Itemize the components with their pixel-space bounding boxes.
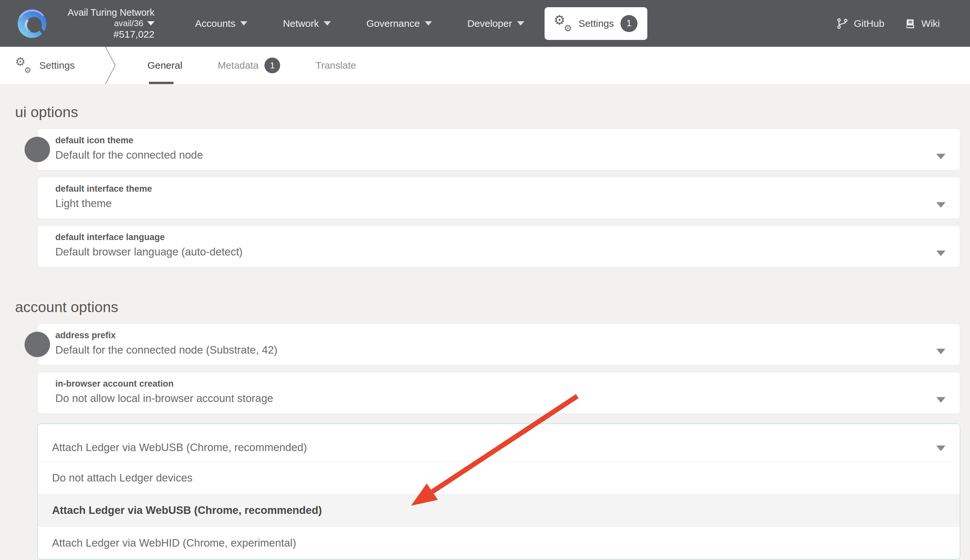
main-nav: Accounts Network Governance Developer <box>195 18 524 29</box>
external-links: GitHub Wiki <box>836 18 940 30</box>
chain-selector[interactable]: Avail Turing Network avail/36 #517,022 <box>59 7 154 40</box>
select-default-icon-theme[interactable]: default icon theme Default for the conne… <box>37 128 960 170</box>
field-label: default interface theme <box>55 183 930 195</box>
tab-metadata[interactable]: Metadata 1 <box>209 47 289 84</box>
avail-logo-icon[interactable] <box>17 8 47 38</box>
dropdown-caret-icon <box>936 445 945 451</box>
dropdown-caret-icon <box>936 250 945 256</box>
book-icon <box>905 18 916 29</box>
select-in-browser-account-creation[interactable]: in-browser account creation Do not allow… <box>37 372 960 414</box>
nav-developer[interactable]: Developer <box>467 18 524 29</box>
tab-translate[interactable]: Translate <box>306 47 365 84</box>
select-address-prefix[interactable]: address prefix Default for the connected… <box>37 323 960 365</box>
field-value: Default for the connected node (Substrat… <box>55 343 930 357</box>
option-attach-ledger-webusb[interactable]: Attach Ledger via WebUSB (Chrome, recomm… <box>38 494 960 527</box>
settings-content: ui options default icon theme Default fo… <box>0 104 970 559</box>
code-branch-icon <box>836 18 848 30</box>
option-attach-ledger-webhid[interactable]: Attach Ledger via WebHID (Chrome, experi… <box>38 527 960 559</box>
field-label: in-browser account creation <box>55 378 930 390</box>
dropdown-menu: Do not attach Ledger devices Attach Ledg… <box>38 462 960 559</box>
select-default-interface-theme[interactable]: default interface theme Light theme <box>37 177 960 219</box>
field-label: default interface language <box>55 231 930 243</box>
chevron-down-icon <box>240 21 247 25</box>
dropdown-caret-icon <box>936 202 945 208</box>
dropdown-caret-icon <box>936 154 945 159</box>
select-ledger-connection-open[interactable]: Attach Ledger via WebUSB (Chrome, recomm… <box>37 423 960 559</box>
selected-value: Attach Ledger via WebUSB (Chrome, recomm… <box>52 441 307 454</box>
breadcrumb: ⚙⚙ Settings <box>15 47 75 84</box>
chain-name: Avail Turing Network <box>68 7 154 18</box>
chevron-down-icon <box>324 21 331 25</box>
avatar <box>25 137 50 162</box>
option-do-not-attach-ledger[interactable]: Do not attach Ledger devices <box>38 462 960 494</box>
tab-general[interactable]: General <box>138 47 192 84</box>
metadata-badge: 1 <box>264 58 280 73</box>
nav-settings-button[interactable]: ⚙⚙ Settings 1 <box>544 7 647 40</box>
cogs-icon: ⚙⚙ <box>15 57 32 73</box>
dropdown-caret-icon <box>936 349 945 354</box>
chevron-down-icon <box>517 21 524 25</box>
field-label: default icon theme <box>55 135 930 146</box>
nav-accounts[interactable]: Accounts <box>195 18 247 29</box>
settings-label: Settings <box>579 18 614 29</box>
breadcrumb-label: Settings <box>39 60 75 71</box>
chevron-down-icon <box>425 21 432 25</box>
wiki-link[interactable]: Wiki <box>905 18 940 29</box>
tab-bar: ⚙⚙ Settings General Metadata 1 Translate <box>0 47 970 84</box>
field-value: Default browser language (auto-detect) <box>55 245 930 259</box>
nav-governance[interactable]: Governance <box>366 18 432 29</box>
chevron-down-icon <box>147 21 154 25</box>
github-link[interactable]: GitHub <box>836 18 884 30</box>
avatar <box>25 332 50 357</box>
chain-spec: avail/36 <box>114 18 154 28</box>
dropdown-caret-icon <box>936 397 945 403</box>
field-value: Light theme <box>55 196 930 211</box>
block-number: #517,022 <box>114 28 154 40</box>
tabs: General Metadata 1 Translate <box>130 47 374 84</box>
nav-network[interactable]: Network <box>283 18 331 29</box>
field-label: address prefix <box>55 329 930 341</box>
field-value: Do not allow local in-browser account st… <box>55 391 930 406</box>
settings-badge: 1 <box>621 15 638 32</box>
field-value: Default for the connected node <box>55 148 930 162</box>
breadcrumb-separator <box>103 47 118 84</box>
section-title-account-options: account options <box>15 298 970 316</box>
cogs-icon: ⚙⚙ <box>554 15 572 32</box>
select-default-interface-language[interactable]: default interface language Default brows… <box>37 225 960 267</box>
app-header: Avail Turing Network avail/36 #517,022 A… <box>0 0 970 47</box>
section-title-ui-options: ui options <box>15 104 970 121</box>
